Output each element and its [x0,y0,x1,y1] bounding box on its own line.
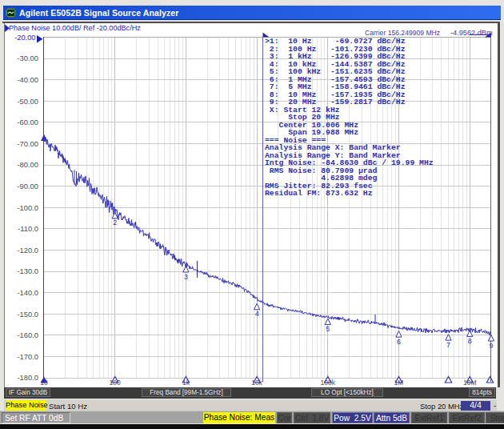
svg-text:-60.00: -60.00 [17,118,38,126]
svg-text:2: 2 [113,219,117,227]
svg-text:-80.00: -80.00 [17,160,38,169]
svg-text:-170.0: -170.0 [17,352,38,361]
svg-text:5: 5 [326,326,330,334]
svg-text:-150.0: -150.0 [17,310,38,319]
svg-text:-140.0: -140.0 [17,288,38,297]
svg-text:4: 4 [254,311,258,319]
svg-text:-110.0: -110.0 [18,224,38,233]
svg-text:-100.0: -100.0 [17,203,38,212]
svg-text:-130.0: -130.0 [17,267,38,275]
svg-text:7: 7 [446,342,450,350]
svg-text:-160.0: -160.0 [17,331,38,339]
svg-text:-30.00: -30.00 [17,54,38,62]
svg-text:3: 3 [184,274,188,282]
svg-text:-20.00: -20.00 [14,34,35,42]
svg-text:-70.00: -70.00 [17,139,38,148]
svg-text:-180.0: -180.0 [17,373,38,382]
svg-text:6: 6 [397,339,401,347]
svg-text:9: 9 [489,343,493,351]
svg-text:-90.00: -90.00 [17,182,38,190]
svg-text:-120.0: -120.0 [17,246,38,255]
svg-text:-50.00: -50.00 [17,97,38,106]
svg-text:8: 8 [467,338,471,346]
svg-text:-40.00: -40.00 [17,75,38,84]
